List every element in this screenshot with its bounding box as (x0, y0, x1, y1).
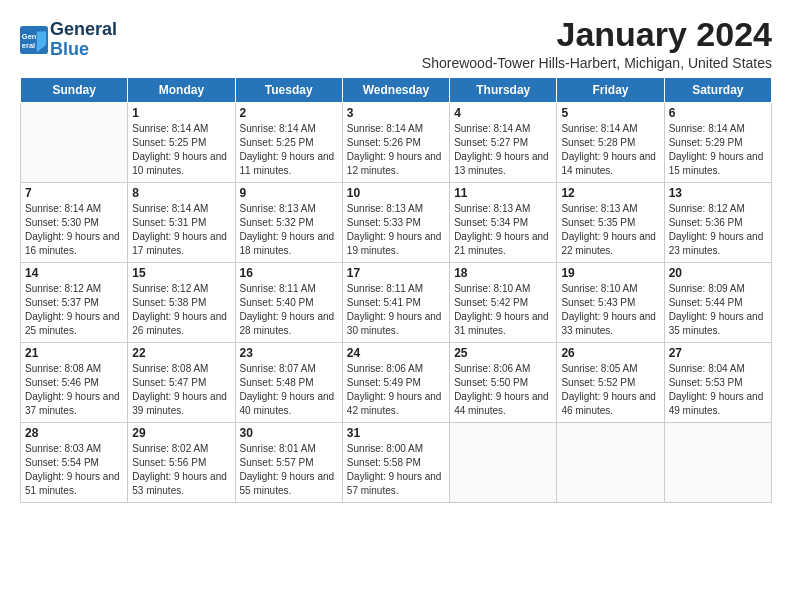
day-info: Sunrise: 8:12 AMSunset: 5:36 PMDaylight:… (669, 202, 767, 258)
day-number: 13 (669, 186, 767, 200)
day-info: Sunrise: 8:10 AMSunset: 5:43 PMDaylight:… (561, 282, 659, 338)
day-number: 20 (669, 266, 767, 280)
day-number: 26 (561, 346, 659, 360)
day-number: 3 (347, 106, 445, 120)
day-info: Sunrise: 8:14 AMSunset: 5:25 PMDaylight:… (132, 122, 230, 178)
calendar-cell: 15Sunrise: 8:12 AMSunset: 5:38 PMDayligh… (128, 263, 235, 343)
subtitle: Shorewood-Tower Hills-Harbert, Michigan,… (422, 55, 772, 71)
day-number: 24 (347, 346, 445, 360)
calendar-cell: 2Sunrise: 8:14 AMSunset: 5:25 PMDaylight… (235, 103, 342, 183)
svg-text:Gen: Gen (22, 32, 37, 41)
calendar-week-row: 21Sunrise: 8:08 AMSunset: 5:46 PMDayligh… (21, 343, 772, 423)
weekday-header: Tuesday (235, 78, 342, 103)
day-info: Sunrise: 8:00 AMSunset: 5:58 PMDaylight:… (347, 442, 445, 498)
calendar-cell: 19Sunrise: 8:10 AMSunset: 5:43 PMDayligh… (557, 263, 664, 343)
calendar-cell (664, 423, 771, 503)
calendar-cell: 10Sunrise: 8:13 AMSunset: 5:33 PMDayligh… (342, 183, 449, 263)
calendar-cell: 26Sunrise: 8:05 AMSunset: 5:52 PMDayligh… (557, 343, 664, 423)
day-number: 12 (561, 186, 659, 200)
day-info: Sunrise: 8:11 AMSunset: 5:41 PMDaylight:… (347, 282, 445, 338)
day-number: 1 (132, 106, 230, 120)
weekday-header: Thursday (450, 78, 557, 103)
day-info: Sunrise: 8:08 AMSunset: 5:46 PMDaylight:… (25, 362, 123, 418)
calendar-cell: 9Sunrise: 8:13 AMSunset: 5:32 PMDaylight… (235, 183, 342, 263)
day-number: 15 (132, 266, 230, 280)
day-number: 5 (561, 106, 659, 120)
day-info: Sunrise: 8:14 AMSunset: 5:28 PMDaylight:… (561, 122, 659, 178)
calendar-cell: 17Sunrise: 8:11 AMSunset: 5:41 PMDayligh… (342, 263, 449, 343)
calendar-cell: 27Sunrise: 8:04 AMSunset: 5:53 PMDayligh… (664, 343, 771, 423)
calendar-week-row: 14Sunrise: 8:12 AMSunset: 5:37 PMDayligh… (21, 263, 772, 343)
day-info: Sunrise: 8:14 AMSunset: 5:31 PMDaylight:… (132, 202, 230, 258)
day-number: 28 (25, 426, 123, 440)
day-number: 30 (240, 426, 338, 440)
day-info: Sunrise: 8:14 AMSunset: 5:25 PMDaylight:… (240, 122, 338, 178)
day-number: 7 (25, 186, 123, 200)
calendar-cell: 20Sunrise: 8:09 AMSunset: 5:44 PMDayligh… (664, 263, 771, 343)
day-info: Sunrise: 8:14 AMSunset: 5:30 PMDaylight:… (25, 202, 123, 258)
calendar-cell: 12Sunrise: 8:13 AMSunset: 5:35 PMDayligh… (557, 183, 664, 263)
day-number: 16 (240, 266, 338, 280)
calendar-cell (557, 423, 664, 503)
day-number: 11 (454, 186, 552, 200)
day-number: 18 (454, 266, 552, 280)
calendar-cell: 16Sunrise: 8:11 AMSunset: 5:40 PMDayligh… (235, 263, 342, 343)
calendar-cell: 24Sunrise: 8:06 AMSunset: 5:49 PMDayligh… (342, 343, 449, 423)
day-number: 19 (561, 266, 659, 280)
weekday-header: Friday (557, 78, 664, 103)
day-info: Sunrise: 8:08 AMSunset: 5:47 PMDaylight:… (132, 362, 230, 418)
calendar-cell: 3Sunrise: 8:14 AMSunset: 5:26 PMDaylight… (342, 103, 449, 183)
calendar-cell: 4Sunrise: 8:14 AMSunset: 5:27 PMDaylight… (450, 103, 557, 183)
calendar-table: SundayMondayTuesdayWednesdayThursdayFrid… (20, 77, 772, 503)
calendar-cell: 18Sunrise: 8:10 AMSunset: 5:42 PMDayligh… (450, 263, 557, 343)
svg-text:eral: eral (22, 41, 35, 50)
day-info: Sunrise: 8:14 AMSunset: 5:27 PMDaylight:… (454, 122, 552, 178)
weekday-header: Saturday (664, 78, 771, 103)
day-number: 29 (132, 426, 230, 440)
day-info: Sunrise: 8:13 AMSunset: 5:35 PMDaylight:… (561, 202, 659, 258)
day-info: Sunrise: 8:12 AMSunset: 5:37 PMDaylight:… (25, 282, 123, 338)
calendar-cell: 14Sunrise: 8:12 AMSunset: 5:37 PMDayligh… (21, 263, 128, 343)
page: Gen eral General Blue January 2024 Shore… (0, 0, 792, 612)
day-number: 9 (240, 186, 338, 200)
day-info: Sunrise: 8:03 AMSunset: 5:54 PMDaylight:… (25, 442, 123, 498)
day-info: Sunrise: 8:09 AMSunset: 5:44 PMDaylight:… (669, 282, 767, 338)
day-info: Sunrise: 8:13 AMSunset: 5:33 PMDaylight:… (347, 202, 445, 258)
day-number: 21 (25, 346, 123, 360)
calendar-cell: 22Sunrise: 8:08 AMSunset: 5:47 PMDayligh… (128, 343, 235, 423)
calendar-cell: 31Sunrise: 8:00 AMSunset: 5:58 PMDayligh… (342, 423, 449, 503)
weekday-header: Monday (128, 78, 235, 103)
day-number: 31 (347, 426, 445, 440)
calendar-cell: 8Sunrise: 8:14 AMSunset: 5:31 PMDaylight… (128, 183, 235, 263)
day-info: Sunrise: 8:02 AMSunset: 5:56 PMDaylight:… (132, 442, 230, 498)
calendar-cell: 1Sunrise: 8:14 AMSunset: 5:25 PMDaylight… (128, 103, 235, 183)
logo: Gen eral General Blue (20, 20, 117, 60)
calendar-cell: 5Sunrise: 8:14 AMSunset: 5:28 PMDaylight… (557, 103, 664, 183)
day-info: Sunrise: 8:14 AMSunset: 5:29 PMDaylight:… (669, 122, 767, 178)
day-number: 10 (347, 186, 445, 200)
day-info: Sunrise: 8:12 AMSunset: 5:38 PMDaylight:… (132, 282, 230, 338)
calendar-cell: 28Sunrise: 8:03 AMSunset: 5:54 PMDayligh… (21, 423, 128, 503)
calendar-cell: 30Sunrise: 8:01 AMSunset: 5:57 PMDayligh… (235, 423, 342, 503)
calendar-week-row: 1Sunrise: 8:14 AMSunset: 5:25 PMDaylight… (21, 103, 772, 183)
day-number: 23 (240, 346, 338, 360)
day-number: 22 (132, 346, 230, 360)
calendar-cell (450, 423, 557, 503)
month-title: January 2024 (422, 16, 772, 53)
day-number: 27 (669, 346, 767, 360)
calendar-week-row: 28Sunrise: 8:03 AMSunset: 5:54 PMDayligh… (21, 423, 772, 503)
day-info: Sunrise: 8:06 AMSunset: 5:50 PMDaylight:… (454, 362, 552, 418)
day-info: Sunrise: 8:11 AMSunset: 5:40 PMDaylight:… (240, 282, 338, 338)
day-number: 6 (669, 106, 767, 120)
calendar-cell: 13Sunrise: 8:12 AMSunset: 5:36 PMDayligh… (664, 183, 771, 263)
day-info: Sunrise: 8:13 AMSunset: 5:32 PMDaylight:… (240, 202, 338, 258)
calendar-cell: 6Sunrise: 8:14 AMSunset: 5:29 PMDaylight… (664, 103, 771, 183)
day-info: Sunrise: 8:07 AMSunset: 5:48 PMDaylight:… (240, 362, 338, 418)
day-number: 14 (25, 266, 123, 280)
day-number: 8 (132, 186, 230, 200)
header: Gen eral General Blue January 2024 Shore… (20, 16, 772, 71)
logo-icon: Gen eral (20, 26, 48, 54)
day-number: 2 (240, 106, 338, 120)
logo-name: General Blue (50, 20, 117, 60)
weekday-header: Wednesday (342, 78, 449, 103)
